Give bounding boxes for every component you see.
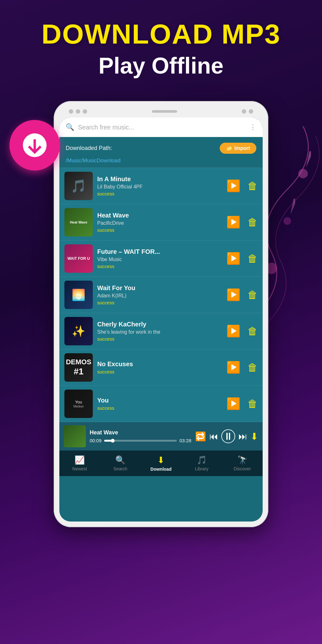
play-button-3[interactable]: ▶️ [226, 252, 241, 265]
song-status-2: success [97, 227, 222, 233]
delete-button-3[interactable]: 🗑 [247, 253, 258, 265]
svg-point-1 [283, 217, 291, 225]
play-button-7[interactable]: ▶️ [226, 397, 241, 410]
song-title-6: No Excuses [97, 361, 222, 368]
player-controls: 🔁 ⏮ ⏸ ⏭ ⬇ [195, 429, 258, 443]
delete-button-4[interactable]: 🗑 [247, 289, 258, 301]
phone-screen: 🔍 Search free music... ⋮ Downloaded Path… [59, 117, 263, 522]
search-bar: 🔍 Search free music... ⋮ [59, 117, 263, 137]
svg-point-0 [298, 169, 308, 178]
table-row: 🌅 Wait For You Adam K(IRL) success ▶️ 🗑 [59, 277, 263, 313]
delete-button-2[interactable]: 🗑 [247, 217, 258, 228]
song-artist-4: Adam K(IRL) [97, 293, 222, 299]
time-total: 03:28 [179, 438, 191, 443]
song-info-2: Heat Wave PacificDrive success [97, 212, 222, 233]
song-artist-2: PacificDrive [97, 220, 222, 226]
song-artist-5: She's leaving for work in the [97, 329, 222, 335]
newest-icon: 📈 [75, 455, 85, 465]
table-row: 🎵 In A Minute Lil Baby Official 4PF succ… [59, 168, 263, 204]
song-artist-1: Lil Baby Official 4PF [97, 184, 222, 190]
phone-top-bar [59, 107, 263, 117]
phone-sensor-dot [76, 109, 80, 114]
more-options-icon[interactable]: ⋮ [249, 123, 256, 131]
import-button[interactable]: 📁 Import [220, 143, 256, 154]
song-thumbnail-1: 🎵 [64, 172, 93, 200]
nav-item-search[interactable]: 🔍 Search [100, 451, 141, 476]
song-thumbnail-3: WAIT FOR U [64, 244, 93, 273]
song-title-7: You [97, 397, 222, 404]
nav-label-discover: Discover [234, 466, 251, 471]
table-row: Heat Wave Heat Wave PacificDrive success… [59, 204, 263, 241]
download-circle-icon [21, 131, 49, 159]
library-icon: 🎵 [197, 455, 207, 465]
search-placeholder[interactable]: Search free music... [78, 124, 246, 131]
repeat-icon[interactable]: 🔁 [195, 431, 206, 442]
phone-frame: 🔍 Search free music... ⋮ Downloaded Path… [54, 101, 268, 527]
table-row: ✨ Cherly KaCherly She's leaving for work… [59, 313, 263, 349]
song-status-3: success [97, 264, 222, 269]
nav-search-icon: 🔍 [115, 455, 125, 465]
next-icon[interactable]: ⏭ [238, 431, 247, 442]
phone-speaker [152, 110, 177, 113]
nav-download-icon: ⬇ [157, 455, 164, 465]
phone-dot-5 [249, 109, 253, 114]
now-playing-title: Heat Wave [90, 429, 191, 436]
nav-item-newest[interactable]: 📈 Newest [59, 451, 100, 476]
nav-label-download: Download [151, 467, 172, 472]
table-row: WAIT FOR U Future – WAIT FOR... Vibe Mus… [59, 241, 263, 277]
delete-button-1[interactable]: 🗑 [247, 180, 258, 192]
nav-label-newest: Newest [72, 466, 87, 471]
song-status-6: success [97, 369, 222, 374]
sub-title: Play Offline [6, 53, 316, 79]
song-thumbnail-2: Heat Wave [64, 208, 93, 236]
download-icon-button[interactable] [9, 120, 60, 170]
play-button-6[interactable]: ▶️ [226, 361, 241, 374]
song-status-5: success [97, 336, 222, 342]
song-title-1: In A Minute [97, 176, 222, 183]
play-button-1[interactable]: ▶️ [226, 179, 241, 193]
path-text: /Music/MusicDownload [59, 158, 263, 168]
phone-camera-dot [69, 109, 73, 114]
delete-button-5[interactable]: 🗑 [247, 325, 258, 337]
now-playing-thumbnail [64, 425, 86, 447]
search-icon: 🔍 [66, 123, 74, 131]
header-section: DOWNLOAD MP3 Play Offline [0, 0, 322, 85]
play-button-4[interactable]: ▶️ [226, 288, 241, 301]
player-download-icon[interactable]: ⬇ [250, 431, 258, 442]
song-info-7: You success [97, 397, 222, 411]
table-row: DEMOS #1 No Excuses success ▶️ 🗑 [59, 349, 263, 386]
downloaded-path-section: Downloaded Path: 📁 Import [59, 137, 263, 158]
previous-icon[interactable]: ⏮ [209, 431, 218, 442]
discover-icon: 🔭 [237, 455, 247, 465]
song-info-1: In A Minute Lil Baby Official 4PF succes… [97, 176, 222, 196]
bottom-navigation: 📈 Newest 🔍 Search ⬇ Download 🎵 Library 🔭 [59, 450, 263, 476]
song-artist-3: Vibe Music [97, 257, 222, 262]
now-playing-info: Heat Wave 00:09 03:28 [90, 429, 191, 443]
song-info-4: Wait For You Adam K(IRL) success [97, 284, 222, 305]
song-thumbnail-6: DEMOS #1 [64, 353, 93, 382]
nav-item-discover[interactable]: 🔭 Discover [222, 451, 263, 476]
song-thumbnail-4: 🌅 [64, 281, 93, 309]
delete-button-6[interactable]: 🗑 [247, 362, 258, 373]
song-info-5: Cherly KaCherly She's leaving for work i… [97, 321, 222, 342]
nav-item-download[interactable]: ⬇ Download [141, 450, 182, 476]
song-status-1: success [97, 191, 222, 196]
song-info-6: No Excuses success [97, 361, 222, 374]
progress-bar[interactable] [104, 440, 177, 442]
play-button-2[interactable]: ▶️ [226, 216, 241, 229]
song-title-3: Future – WAIT FOR... [97, 248, 222, 255]
now-playing-bar: Heat Wave 00:09 03:28 🔁 ⏮ ⏸ ⏭ [59, 422, 263, 450]
song-info-3: Future – WAIT FOR... Vibe Music success [97, 248, 222, 269]
main-title: DOWNLOAD MP3 [6, 19, 316, 50]
pause-button[interactable]: ⏸ [221, 429, 235, 443]
song-status-4: success [97, 300, 222, 305]
phone-dot-4 [242, 109, 246, 114]
progress-dot [111, 439, 115, 443]
song-title-5: Cherly KaCherly [97, 321, 222, 328]
play-button-5[interactable]: ▶️ [226, 325, 241, 338]
nav-label-library: Library [195, 466, 208, 471]
song-status-7: success [97, 405, 222, 411]
time-current: 00:09 [90, 438, 102, 443]
delete-button-7[interactable]: 🗑 [247, 398, 258, 410]
nav-item-library[interactable]: 🎵 Library [181, 451, 222, 476]
